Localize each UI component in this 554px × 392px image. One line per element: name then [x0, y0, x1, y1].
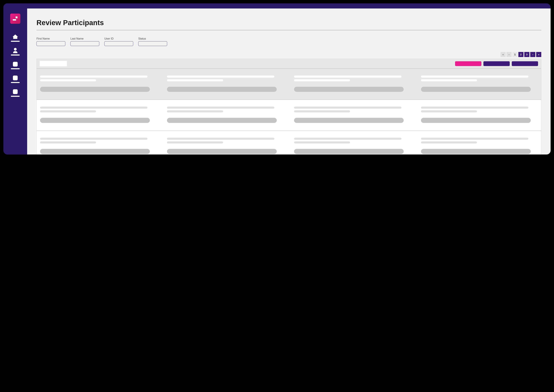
- skeleton-line: [294, 141, 350, 143]
- square-icon: [12, 89, 18, 94]
- skeleton-line: [40, 79, 96, 81]
- header-action-3[interactable]: [512, 61, 538, 66]
- skeleton-line: [294, 79, 350, 81]
- grid-card: [167, 138, 284, 154]
- skeleton-line: [294, 110, 350, 112]
- user-icon: [12, 48, 18, 53]
- last-name-input[interactable]: [70, 41, 99, 46]
- page-3-button[interactable]: 3: [524, 52, 529, 57]
- page-title: Review Participants: [36, 19, 541, 27]
- skeleton-button: [421, 118, 531, 123]
- nav-user[interactable]: [11, 48, 20, 56]
- status-input[interactable]: [138, 41, 167, 46]
- skeleton-button: [421, 149, 531, 154]
- nav-underline: [11, 82, 20, 83]
- skeleton-line: [421, 76, 528, 77]
- grid-card: [40, 76, 157, 92]
- grid-card: [40, 138, 157, 154]
- skeleton-line: [40, 107, 147, 109]
- grid-card: [421, 138, 538, 154]
- grid-card: [167, 107, 284, 123]
- page-prev-button[interactable]: ‹: [506, 52, 512, 57]
- filter-label: User ID: [104, 37, 133, 40]
- grid-card: [294, 107, 411, 123]
- chevron-double-right-icon: »: [538, 53, 540, 56]
- page-first-button[interactable]: «: [500, 52, 506, 57]
- filter-status: Status: [138, 37, 167, 46]
- skeleton-line: [167, 76, 274, 77]
- square-icon: [12, 62, 18, 67]
- skeleton-line: [421, 79, 477, 81]
- filter-user-id: User ID: [104, 37, 133, 46]
- grid-row: [37, 69, 541, 100]
- skeleton-line: [421, 107, 528, 109]
- skeleton-button: [167, 87, 277, 92]
- skeleton-button: [421, 87, 531, 92]
- pagination: « ‹ 1 2 3 › »: [36, 52, 541, 57]
- page-1-button[interactable]: 1: [512, 52, 518, 57]
- skeleton-line: [421, 110, 477, 112]
- skeleton-button: [167, 118, 277, 123]
- grid-card: [167, 76, 284, 92]
- grid-card: [294, 76, 411, 92]
- user-id-input[interactable]: [104, 41, 133, 46]
- skeleton-line: [40, 141, 96, 143]
- page-last-button[interactable]: »: [536, 52, 541, 57]
- grid-card: [294, 138, 411, 154]
- skeleton-line: [167, 79, 223, 81]
- nav-home[interactable]: [11, 34, 20, 42]
- header-action-2[interactable]: [483, 61, 510, 66]
- nav-item-4[interactable]: [11, 75, 20, 83]
- skeleton-button: [294, 87, 404, 92]
- logo-icon: [13, 16, 18, 21]
- nav-item-3[interactable]: [11, 62, 20, 69]
- page-2-button[interactable]: 2: [518, 52, 523, 57]
- grid-card: [421, 107, 538, 123]
- skeleton-button: [294, 149, 404, 154]
- skeleton-line: [40, 110, 96, 112]
- skeleton-line: [421, 138, 528, 140]
- skeleton-line: [167, 107, 274, 109]
- skeleton-button: [294, 118, 404, 123]
- skeleton-line: [40, 76, 147, 77]
- skeleton-line: [294, 107, 402, 109]
- app-logo[interactable]: [10, 14, 20, 24]
- filters-row: First Name Last Name User ID Status: [36, 37, 541, 46]
- skeleton-line: [294, 138, 402, 140]
- chevron-left-icon: ‹: [509, 53, 510, 56]
- home-icon: [12, 34, 18, 39]
- title-divider: [36, 30, 541, 30]
- filter-label: Status: [138, 37, 167, 40]
- nav-underline: [11, 68, 20, 69]
- filter-first-name: First Name: [36, 37, 65, 46]
- skeleton-line: [167, 141, 223, 143]
- square-icon: [12, 75, 18, 81]
- filter-label: First Name: [36, 37, 65, 40]
- nav-underline: [11, 55, 20, 56]
- grid-row: [37, 100, 541, 131]
- sidebar: [3, 3, 27, 154]
- skeleton-line: [421, 141, 477, 143]
- grid-card: [40, 107, 157, 123]
- skeleton-line: [167, 110, 223, 112]
- panel-search-input[interactable]: [40, 61, 67, 66]
- skeleton-button: [40, 149, 150, 154]
- grid-card: [421, 76, 538, 92]
- filter-last-name: Last Name: [70, 37, 99, 46]
- first-name-input[interactable]: [36, 41, 65, 46]
- app-frame: Review Participants First Name Last Name…: [3, 3, 551, 154]
- main-content: Review Participants First Name Last Name…: [27, 8, 551, 154]
- page-next-button[interactable]: ›: [530, 52, 535, 57]
- nav-underline: [11, 96, 20, 97]
- nav-item-5[interactable]: [11, 89, 20, 97]
- skeleton-button: [167, 149, 277, 154]
- skeleton-button: [40, 118, 150, 123]
- skeleton-line: [167, 138, 274, 140]
- chevron-right-icon: ›: [533, 53, 533, 56]
- chevron-double-left-icon: «: [502, 53, 504, 56]
- header-action-primary[interactable]: [455, 61, 481, 66]
- skeleton-button: [40, 87, 150, 92]
- content-panel: [36, 59, 541, 154]
- grid-row: [37, 131, 541, 154]
- svg-point-0: [14, 48, 17, 51]
